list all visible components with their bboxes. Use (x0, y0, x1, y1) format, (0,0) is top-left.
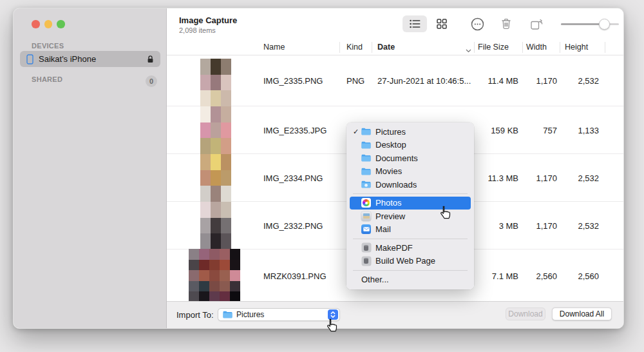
checkmark-icon: ✓ (353, 128, 361, 136)
menu-item-label: Desktop (375, 140, 406, 150)
close-window-button[interactable] (32, 20, 40, 28)
menu-item-documents[interactable]: Documents (350, 152, 471, 165)
folder-icon (361, 127, 371, 137)
mail-app-icon (361, 224, 371, 234)
menu-divider (353, 270, 468, 271)
ellipsis-circle-icon (471, 17, 484, 31)
file-size: 159 KB (491, 125, 518, 135)
menu-item-other[interactable]: Other... (350, 273, 471, 286)
slider-fill (561, 23, 603, 25)
list-view-icon (410, 19, 421, 28)
hand-cursor (437, 204, 452, 224)
menu-item-build-web-page[interactable]: Build Web Page (350, 255, 471, 268)
devices-section-label: DEVICES (32, 42, 64, 50)
sidebar: DEVICES Saikat's iPhone SHARED 0 (14, 8, 167, 328)
sort-chevron-icon (466, 46, 471, 55)
file-width: 1,170 (536, 76, 557, 86)
file-height: 1,133 (578, 125, 599, 135)
zoom-window-button[interactable] (57, 20, 65, 28)
column-divider (372, 42, 372, 53)
download-button[interactable]: Download (506, 308, 545, 320)
preview-app-icon (361, 211, 371, 221)
column-divider (339, 42, 340, 53)
column-header-kind[interactable]: Kind (346, 43, 363, 52)
menu-item-label: Documents (375, 153, 418, 163)
download-all-button[interactable]: Download All (552, 308, 612, 320)
file-size: 11.3 MB (488, 173, 518, 182)
menu-item-preview[interactable]: Preview (350, 210, 471, 223)
folder-icon (361, 180, 371, 190)
window-controls (32, 20, 65, 28)
column-header-date[interactable]: Date (377, 43, 395, 52)
minimize-window-button[interactable] (44, 20, 53, 28)
image-capture-window: DEVICES Saikat's iPhone SHARED 0 Image C… (13, 8, 624, 329)
import-destination-menu: ✓ Pictures Desktop Documents Movies Down… (346, 122, 474, 289)
column-header-size[interactable]: File Size (478, 43, 509, 52)
footer-bar: Import To: Pictures Download Download Al… (167, 301, 623, 328)
folder-icon (361, 140, 371, 150)
items-count: 2,098 items (179, 26, 216, 34)
import-destination-value: Pictures (236, 310, 324, 319)
column-divider (522, 42, 523, 53)
delete-button[interactable] (496, 15, 516, 32)
rotate-icon (530, 18, 544, 30)
column-header-width[interactable]: Width (526, 43, 547, 52)
grid-view-icon (437, 19, 447, 29)
thumbnail-square (189, 249, 240, 302)
folder-icon (361, 153, 371, 163)
trash-icon (501, 18, 511, 30)
menu-item-label: Movies (375, 166, 402, 176)
menu-item-label: Mail (375, 224, 391, 234)
slider-track[interactable] (561, 23, 619, 25)
file-size: 3 MB (499, 220, 518, 230)
table-row[interactable]: IMG_2335.PNG PNG 27-Jun-2021 at 10:46:5.… (167, 55, 623, 106)
grid-view-button[interactable] (431, 15, 453, 32)
file-width: 2,560 (536, 271, 557, 281)
menu-item-mail[interactable]: Mail (350, 223, 471, 237)
menu-item-makepdf[interactable]: MakePDF (350, 241, 471, 255)
slider-thumb[interactable] (599, 19, 610, 30)
iphone-icon (26, 54, 33, 64)
import-to-label: Import To: (176, 310, 214, 320)
file-name: IMG_2334.PNG (263, 173, 323, 182)
menu-item-downloads[interactable]: Downloads (350, 178, 471, 191)
shared-section-label: SHARED (32, 75, 62, 83)
file-size: 7.1 MB (492, 271, 518, 281)
file-height: 2,532 (578, 76, 599, 86)
thumbnail-strip (200, 59, 231, 249)
device-name: Saikat's iPhone (39, 54, 142, 64)
table-header: Name Kind Date File Size Width Height (167, 39, 623, 55)
import-destination-select[interactable]: Pictures (218, 308, 340, 321)
file-height: 2,560 (578, 271, 599, 281)
file-kind: PNG (346, 76, 365, 86)
file-size: 11.4 MB (488, 76, 518, 86)
menu-item-label: Pictures (375, 127, 406, 137)
folder-icon (361, 166, 371, 176)
menu-item-label: Preview (375, 211, 405, 221)
automator-icon (361, 256, 371, 266)
menu-item-pictures[interactable]: ✓ Pictures (350, 125, 471, 139)
menu-item-label: Other... (361, 275, 389, 284)
folder-icon (223, 311, 232, 318)
column-divider (560, 42, 560, 53)
file-name: IMG_2332.PNG (263, 220, 323, 230)
column-header-height[interactable]: Height (565, 43, 588, 52)
menu-item-movies[interactable]: Movies (350, 165, 471, 179)
column-header-name[interactable]: Name (263, 43, 285, 52)
file-name: IMG_2335.PNG (263, 76, 323, 86)
lock-icon (147, 55, 154, 63)
more-options-button[interactable] (466, 15, 488, 32)
menu-item-label: Downloads (375, 180, 417, 190)
thumbnail-size-slider[interactable] (561, 15, 619, 32)
menu-item-photos[interactable]: Photos (350, 197, 471, 210)
sidebar-item-saikats-iphone[interactable]: Saikat's iPhone (20, 51, 160, 67)
menu-item-label: Build Web Page (375, 256, 435, 266)
rotate-button[interactable] (525, 15, 549, 32)
menu-divider (353, 193, 468, 194)
column-divider (474, 42, 475, 53)
list-view-button[interactable] (402, 15, 427, 32)
menu-item-desktop[interactable]: Desktop (350, 139, 471, 152)
page-title: Image Capture (179, 15, 237, 25)
shared-count-badge: 0 (146, 75, 157, 87)
file-height: 2,532 (578, 173, 599, 182)
